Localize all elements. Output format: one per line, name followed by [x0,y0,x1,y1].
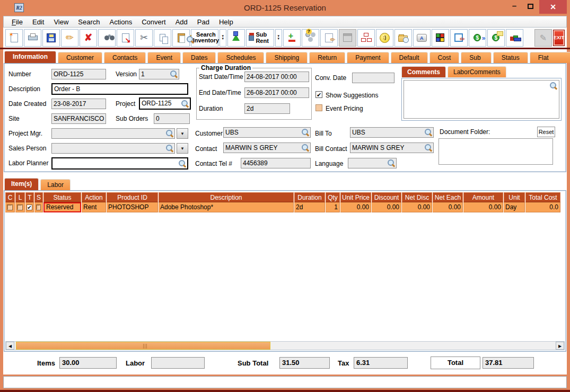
tab-customer[interactable]: Customer [58,52,102,63]
minimize-button[interactable]: – [507,0,521,14]
version-field[interactable]: 1 [139,69,179,79]
tab-labor[interactable]: Labor [40,179,71,190]
scrollbar-thumb[interactable] [16,342,270,350]
menu-view[interactable]: View [49,17,73,27]
unit-cell[interactable]: Day [504,202,525,212]
tab-contacts[interactable]: Contacts [104,52,146,63]
l-checkbox[interactable] [17,204,23,210]
transfer-button[interactable]: ↘ [117,29,134,47]
col-net-disc[interactable]: Net Disc [402,192,432,202]
edit-order-button[interactable]: ✏ [450,29,468,47]
net-disc-cell[interactable]: 0.00 [402,202,432,212]
titlebar[interactable]: R2 ORD-1125 Reservation – ✕ [0,0,570,16]
cut-button[interactable]: ✂ [135,29,153,47]
amount-cell[interactable]: 0.00 [463,202,503,212]
t-checkbox[interactable]: ✔ [27,204,32,210]
project-field[interactable]: ORD-1125 [139,97,191,110]
document-folder-box[interactable] [439,138,553,165]
new-document-button[interactable]: ✶ [5,29,23,47]
row-s-cell[interactable] [34,202,43,212]
edit-button[interactable]: ✏ [61,29,78,47]
col-qty[interactable]: Qty [326,192,340,202]
language-field[interactable] [348,158,397,168]
org-chart-button[interactable] [357,29,375,47]
conv-date-field[interactable] [352,73,394,83]
comments-textarea[interactable] [404,80,559,119]
sales-person-field[interactable] [51,143,175,154]
tab-payment[interactable]: Payment [347,52,389,63]
col-net-each[interactable]: Net Each [433,192,463,202]
horizontal-scrollbar[interactable]: ◀ ▶ [5,341,565,350]
net-each-cell[interactable]: 0.00 [433,202,463,212]
contact-field[interactable]: MARWIN S GREY [223,142,311,153]
total-field[interactable]: 37.81 [483,357,534,369]
version-search-icon[interactable] [170,70,178,78]
col-duration[interactable]: Duration [294,192,325,202]
copy-button[interactable] [154,29,171,47]
shortcut-key-button[interactable]: A [413,29,431,47]
sales-person-search-icon[interactable] [166,145,173,152]
tab-schedules[interactable]: Schedules [217,52,264,63]
bill-contact-search-icon[interactable] [425,144,432,152]
tab-default[interactable]: Default [391,52,428,63]
unit-price-cell[interactable]: 0.00 [340,202,371,212]
tab-shipping[interactable]: Shipping [266,52,308,63]
sub-rent-dropdown[interactable]: ▼▼ [275,29,282,47]
menu-help[interactable]: Help [214,17,238,27]
labor-planner-field[interactable] [51,157,188,170]
description-field[interactable]: Order - B [51,83,188,95]
tab-items[interactable]: Item(s) [4,178,39,190]
col-unit[interactable]: Unit [504,192,525,202]
tab-event[interactable]: Event [147,52,181,63]
col-unit-price[interactable]: Unit Price [340,192,371,202]
contact-tel-field[interactable]: 4456389 [241,158,311,168]
exit-button[interactable]: EXIT [553,30,565,46]
project-search-icon[interactable] [181,100,189,108]
site-field[interactable]: SANFRANCISCO [51,113,106,124]
col-status[interactable]: Status [43,192,81,202]
tab-labor-comments[interactable]: LaborComments [448,66,506,77]
col-t[interactable]: T [25,192,34,202]
project-mgr-field[interactable] [51,128,175,139]
scroll-right-arrow[interactable]: ▶ [556,342,564,350]
col-description[interactable]: Description [159,192,294,202]
assemble-button[interactable] [432,29,449,47]
tab-comments[interactable]: Comments [401,66,446,77]
availability-button[interactable]: ? [302,29,319,47]
menu-add[interactable]: Add [171,17,192,27]
tab-cost[interactable]: Cost [429,52,460,63]
labor-planner-search-icon[interactable] [179,160,186,167]
reset-button[interactable]: Reset [537,127,555,137]
search-inventory-button[interactable]: SearchInventory [191,29,218,47]
duration-cell[interactable]: 2d [294,202,325,212]
s-checkbox[interactable] [36,204,41,210]
labor-total-field[interactable] [151,357,205,369]
table-row[interactable]: ✔ Reserved Rent PHOTOSHOP Adobe Photosho… [5,202,565,212]
col-amount[interactable]: Amount [463,192,503,202]
show-suggestions-checkbox[interactable]: ✔ [315,91,322,98]
product-id-cell[interactable]: PHOTOSHOP [107,202,158,212]
menu-pad[interactable]: Pad [192,17,214,27]
find-button[interactable] [98,29,116,47]
status-cell[interactable]: Reserved [43,202,81,212]
project-mgr-search-icon[interactable] [166,130,173,137]
sub-orders-field[interactable]: 0 [154,113,190,124]
menu-edit[interactable]: Edit [28,17,49,27]
add-remove-line-button[interactable]: + [283,29,301,47]
menu-file[interactable]: File [7,17,28,27]
bill-contact-field[interactable]: MARWIN S GREY [350,142,434,153]
menu-actions[interactable]: Actions [105,17,137,27]
search-inventory-dropdown[interactable]: ▼▼ [220,29,226,47]
components-button[interactable] [227,29,245,47]
action-cell[interactable]: Rent [82,202,106,212]
description-cell[interactable]: Adobe Photoshop* [159,202,294,212]
shipping-button[interactable] [506,29,523,47]
col-c[interactable]: C [5,192,15,202]
col-total-cost[interactable]: Total Cost [525,192,560,202]
number-field[interactable]: ORD-1125 [51,69,106,79]
customer-field[interactable]: UBS [223,127,311,138]
tab-dates[interactable]: Dates [182,52,216,63]
sub-rent-button[interactable]: Sub Rent [246,29,274,47]
contact-search-icon[interactable] [302,144,309,152]
contact-button[interactable]: :) [376,29,393,47]
